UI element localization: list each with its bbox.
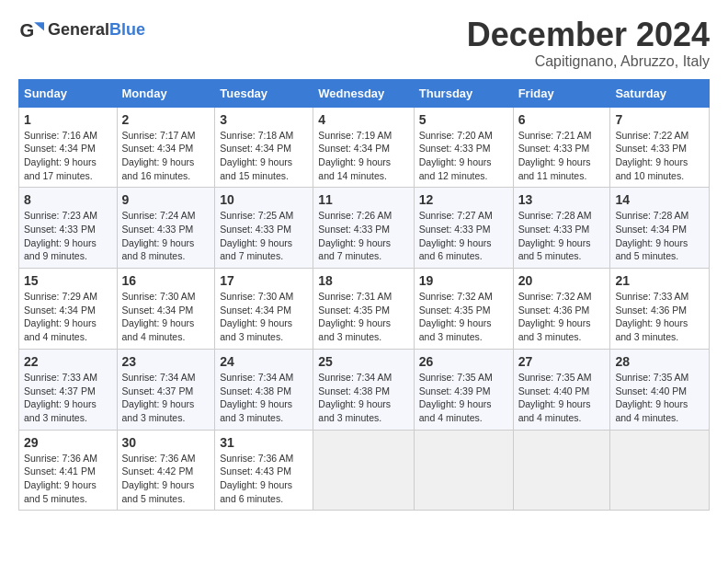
header-monday: Monday: [117, 79, 215, 107]
logo: G GeneralBlue: [18, 17, 145, 42]
table-row: 13 Sunrise: 7:28 AM Sunset: 4:33 PM Dayl…: [513, 188, 610, 269]
day-info: Sunrise: 7:16 AM Sunset: 4:34 PM Dayligh…: [24, 129, 112, 183]
day-number: 30: [122, 435, 210, 450]
day-info: Sunrise: 7:25 AM Sunset: 4:33 PM Dayligh…: [220, 209, 308, 263]
day-number: 31: [220, 435, 308, 450]
day-number: 8: [24, 192, 112, 207]
day-number: 21: [615, 273, 704, 288]
day-number: 27: [518, 354, 606, 369]
table-row: 27 Sunrise: 7:35 AM Sunset: 4:40 PM Dayl…: [513, 349, 610, 430]
empty-cell: [313, 430, 414, 511]
table-row: 18 Sunrise: 7:31 AM Sunset: 4:35 PM Dayl…: [313, 269, 414, 350]
day-info: Sunrise: 7:27 AM Sunset: 4:33 PM Dayligh…: [419, 209, 508, 263]
empty-cell: [513, 430, 610, 511]
table-row: 14 Sunrise: 7:28 AM Sunset: 4:34 PM Dayl…: [610, 188, 710, 269]
table-row: 23 Sunrise: 7:34 AM Sunset: 4:37 PM Dayl…: [117, 349, 215, 430]
header-friday: Friday: [513, 79, 610, 107]
table-row: 30 Sunrise: 7:36 AM Sunset: 4:42 PM Dayl…: [117, 430, 215, 511]
day-info: Sunrise: 7:19 AM Sunset: 4:34 PM Dayligh…: [318, 129, 408, 183]
day-number: 28: [615, 354, 704, 369]
day-number: 16: [122, 273, 210, 288]
table-row: 8 Sunrise: 7:23 AM Sunset: 4:33 PM Dayli…: [19, 188, 118, 269]
header-wednesday: Wednesday: [313, 79, 414, 107]
day-info: Sunrise: 7:31 AM Sunset: 4:35 PM Dayligh…: [318, 290, 408, 344]
table-row: 29 Sunrise: 7:36 AM Sunset: 4:41 PM Dayl…: [19, 430, 118, 511]
day-number: 23: [122, 354, 210, 369]
header-saturday: Saturday: [610, 79, 710, 107]
month-title: December 2024: [467, 17, 710, 53]
day-info: Sunrise: 7:36 AM Sunset: 4:41 PM Dayligh…: [24, 452, 112, 506]
table-row: 15 Sunrise: 7:29 AM Sunset: 4:34 PM Dayl…: [19, 269, 118, 350]
day-info: Sunrise: 7:35 AM Sunset: 4:40 PM Dayligh…: [518, 371, 606, 425]
day-number: 13: [518, 192, 606, 207]
header-sunday: Sunday: [19, 79, 118, 107]
svg-marker-2: [34, 22, 44, 30]
logo-text-general: General: [48, 20, 109, 39]
day-number: 18: [318, 273, 408, 288]
empty-cell: [414, 430, 513, 511]
day-info: Sunrise: 7:22 AM Sunset: 4:33 PM Dayligh…: [615, 129, 704, 183]
day-number: 3: [220, 112, 308, 127]
header-thursday: Thursday: [414, 79, 513, 107]
day-number: 29: [24, 435, 112, 450]
table-row: 21 Sunrise: 7:33 AM Sunset: 4:36 PM Dayl…: [610, 269, 710, 350]
day-info: Sunrise: 7:28 AM Sunset: 4:34 PM Dayligh…: [615, 209, 704, 263]
table-row: 26 Sunrise: 7:35 AM Sunset: 4:39 PM Dayl…: [414, 349, 513, 430]
day-number: 7: [615, 112, 704, 127]
day-number: 14: [615, 192, 704, 207]
title-area: December 2024 Capitignano, Abruzzo, Ital…: [467, 17, 710, 70]
table-row: 24 Sunrise: 7:34 AM Sunset: 4:38 PM Dayl…: [215, 349, 313, 430]
table-row: 31 Sunrise: 7:36 AM Sunset: 4:43 PM Dayl…: [215, 430, 313, 511]
header-tuesday: Tuesday: [215, 79, 313, 107]
day-number: 1: [24, 112, 112, 127]
table-row: 2 Sunrise: 7:17 AM Sunset: 4:34 PM Dayli…: [117, 107, 215, 188]
day-number: 22: [24, 354, 112, 369]
table-row: 25 Sunrise: 7:34 AM Sunset: 4:38 PM Dayl…: [313, 349, 414, 430]
table-row: 17 Sunrise: 7:30 AM Sunset: 4:34 PM Dayl…: [215, 269, 313, 350]
day-info: Sunrise: 7:33 AM Sunset: 4:37 PM Dayligh…: [24, 371, 112, 425]
day-info: Sunrise: 7:32 AM Sunset: 4:36 PM Dayligh…: [518, 290, 606, 344]
day-info: Sunrise: 7:26 AM Sunset: 4:33 PM Dayligh…: [318, 209, 408, 263]
table-row: 7 Sunrise: 7:22 AM Sunset: 4:33 PM Dayli…: [610, 107, 710, 188]
location-title: Capitignano, Abruzzo, Italy: [467, 53, 710, 70]
table-row: 5 Sunrise: 7:20 AM Sunset: 4:33 PM Dayli…: [414, 107, 513, 188]
day-info: Sunrise: 7:33 AM Sunset: 4:36 PM Dayligh…: [615, 290, 704, 344]
day-info: Sunrise: 7:30 AM Sunset: 4:34 PM Dayligh…: [122, 290, 210, 344]
day-info: Sunrise: 7:18 AM Sunset: 4:34 PM Dayligh…: [220, 129, 308, 183]
day-number: 10: [220, 192, 308, 207]
day-number: 17: [220, 273, 308, 288]
table-row: 11 Sunrise: 7:26 AM Sunset: 4:33 PM Dayl…: [313, 188, 414, 269]
table-row: 20 Sunrise: 7:32 AM Sunset: 4:36 PM Dayl…: [513, 269, 610, 350]
day-info: Sunrise: 7:36 AM Sunset: 4:42 PM Dayligh…: [122, 452, 210, 506]
svg-text:G: G: [20, 20, 35, 40]
day-number: 26: [419, 354, 508, 369]
day-info: Sunrise: 7:34 AM Sunset: 4:38 PM Dayligh…: [220, 371, 308, 425]
day-info: Sunrise: 7:35 AM Sunset: 4:39 PM Dayligh…: [419, 371, 508, 425]
day-number: 2: [122, 112, 210, 127]
logo-text-blue: Blue: [109, 20, 145, 39]
day-number: 15: [24, 273, 112, 288]
day-number: 5: [419, 112, 508, 127]
day-number: 24: [220, 354, 308, 369]
day-info: Sunrise: 7:36 AM Sunset: 4:43 PM Dayligh…: [220, 452, 308, 506]
table-row: 28 Sunrise: 7:35 AM Sunset: 4:40 PM Dayl…: [610, 349, 710, 430]
day-info: Sunrise: 7:30 AM Sunset: 4:34 PM Dayligh…: [220, 290, 308, 344]
day-info: Sunrise: 7:24 AM Sunset: 4:33 PM Dayligh…: [122, 209, 210, 263]
day-number: 4: [318, 112, 408, 127]
day-number: 9: [122, 192, 210, 207]
logo-icon: G: [18, 17, 44, 42]
day-number: 20: [518, 273, 606, 288]
table-row: 12 Sunrise: 7:27 AM Sunset: 4:33 PM Dayl…: [414, 188, 513, 269]
day-info: Sunrise: 7:17 AM Sunset: 4:34 PM Dayligh…: [122, 129, 210, 183]
calendar-table: Sunday Monday Tuesday Wednesday Thursday…: [18, 79, 710, 511]
day-info: Sunrise: 7:23 AM Sunset: 4:33 PM Dayligh…: [24, 209, 112, 263]
table-row: 9 Sunrise: 7:24 AM Sunset: 4:33 PM Dayli…: [117, 188, 215, 269]
day-number: 25: [318, 354, 408, 369]
day-info: Sunrise: 7:34 AM Sunset: 4:38 PM Dayligh…: [318, 371, 408, 425]
day-number: 6: [518, 112, 606, 127]
table-row: 19 Sunrise: 7:32 AM Sunset: 4:35 PM Dayl…: [414, 269, 513, 350]
day-info: Sunrise: 7:28 AM Sunset: 4:33 PM Dayligh…: [518, 209, 606, 263]
header: G GeneralBlue December 2024 Capitignano,…: [18, 17, 710, 70]
table-row: 10 Sunrise: 7:25 AM Sunset: 4:33 PM Dayl…: [215, 188, 313, 269]
day-number: 11: [318, 192, 408, 207]
